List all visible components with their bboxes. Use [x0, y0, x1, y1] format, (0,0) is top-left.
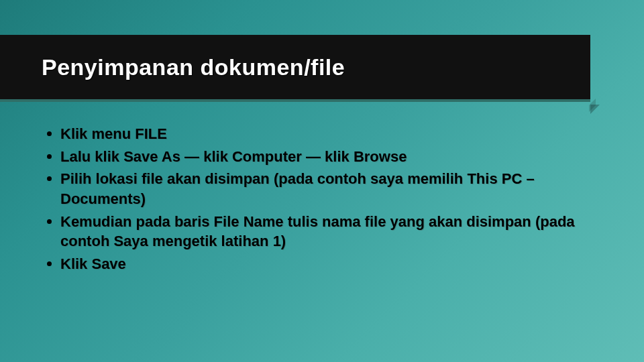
- list-item: Klik Save: [47, 254, 610, 274]
- bullet-list: Klik menu FILE Lalu klik Save As — klik …: [47, 124, 610, 274]
- title-band: Penyimpanan dokumen/file: [0, 35, 590, 102]
- slide-title: Penyimpanan dokumen/file: [42, 54, 345, 80]
- slide-content: Klik menu FILE Lalu klik Save As — klik …: [47, 124, 610, 277]
- list-item: Pilih lokasi file akan disimpan (pada co…: [47, 169, 610, 208]
- band-shadow: [590, 105, 600, 114]
- list-item: Klik menu FILE: [47, 124, 610, 144]
- list-item: Lalu klik Save As — klik Computer — klik…: [47, 147, 610, 167]
- list-item: Kemudian pada baris File Name tulis nama…: [47, 212, 610, 251]
